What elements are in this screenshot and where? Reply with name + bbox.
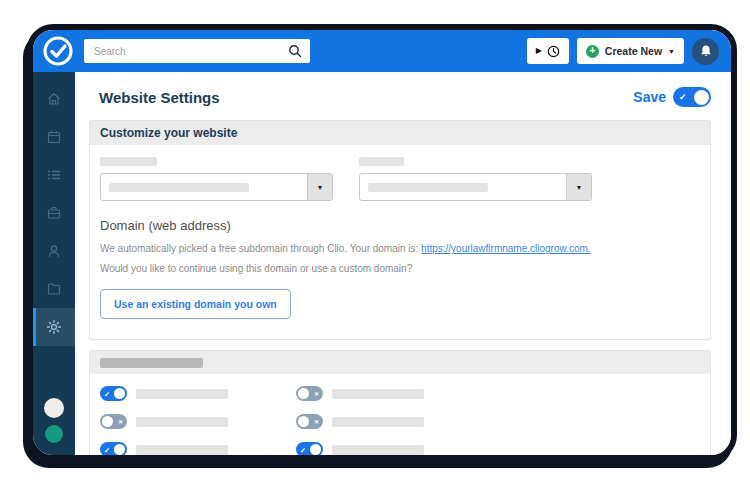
cross-icon: ✕ [314,391,319,397]
domain-description-line2: Would you like to continue using this do… [100,262,700,277]
check-icon: ✓ [104,446,110,453]
folder-icon [46,281,62,297]
domain-heading: Domain (web address) [100,218,700,233]
chevron-down-icon: ▼ [668,48,675,55]
avatar[interactable] [44,398,64,418]
toggle-row: ✓ ✕ [296,414,700,429]
cross-icon: ✕ [118,419,123,425]
main-content: Website Settings Save ✓ ✕ Customize your… [75,72,731,455]
save-label: Save [633,89,666,105]
bell-icon [699,44,713,58]
sidebar-footer [33,398,75,455]
select-group-1: ▼ [100,157,333,201]
toggle-label-skeleton [332,389,424,399]
list-icon [46,167,62,183]
play-icon: ▶ [536,47,542,55]
sidebar-item-home[interactable] [33,80,75,118]
notifications-button[interactable] [692,38,719,65]
sidebar [33,72,75,455]
home-icon [46,91,62,107]
select-value-skeleton [368,183,488,192]
toggle-row: ✓ ✕ [100,386,296,401]
toggle-row: ✓ ✕ [100,414,296,429]
option-toggle-6[interactable]: ✓ ✕ [296,442,323,457]
page-title: Website Settings [99,89,220,106]
search-input[interactable] [92,45,288,58]
toggle-label-skeleton [136,389,228,399]
domain-description-line1: We automatically picked a free subdomain… [100,242,700,257]
sidebar-item-matters[interactable] [33,194,75,232]
card-header [90,351,710,374]
customize-website-card: Customize your website ▼ [89,120,711,340]
check-icon: ✓ [300,446,306,453]
toggle-row: ✓ ✕ [296,386,700,401]
plus-icon: + [586,45,599,58]
select-group-2: ▼ [359,157,592,201]
field-label-skeleton [100,157,157,166]
option-toggle-1[interactable]: ✓ ✕ [100,386,127,401]
card-header: Customize your website [90,121,710,145]
toggle-label-skeleton [332,417,424,427]
create-new-button[interactable]: + Create New ▼ [577,38,684,64]
subdomain-link[interactable]: https://yourlawfirmname.cliogrow.com. [421,243,591,254]
check-icon: ✓ [679,93,687,102]
top-bar: ▶ + Create New ▼ [33,30,731,72]
timer-button[interactable]: ▶ [527,38,569,64]
save-control: Save ✓ ✕ [633,87,711,107]
select-caret-icon[interactable]: ▼ [307,174,332,200]
toggle-label-skeleton [136,445,228,455]
clio-grow-logo-icon[interactable] [42,35,74,67]
app-window: ▶ + Create New ▼ [27,24,737,461]
toggle-label-skeleton [136,417,228,427]
sidebar-item-calendar[interactable] [33,118,75,156]
person-icon [46,243,62,259]
section-title-skeleton [100,358,203,368]
options-card: ✓ ✕ ✓ ✕ [89,350,711,461]
toggle-row: ✓ ✕ [296,442,700,457]
option-toggle-2[interactable]: ✓ ✕ [296,386,323,401]
select-caret-icon[interactable]: ▼ [566,174,591,200]
save-toggle[interactable]: ✓ ✕ [673,87,711,107]
briefcase-icon [46,205,62,221]
cross-icon: ✕ [314,419,319,425]
clock-icon [547,45,560,58]
status-dot[interactable] [45,425,63,443]
toggle-label-skeleton [332,445,424,455]
sidebar-item-tasks[interactable] [33,156,75,194]
sidebar-item-contacts[interactable] [33,232,75,270]
search-box[interactable] [84,39,310,63]
create-new-label: Create New [605,45,662,57]
gear-icon [46,319,62,335]
option-toggle-5[interactable]: ✓ ✕ [100,442,127,457]
toggle-grid: ✓ ✕ ✓ ✕ [90,374,710,461]
sidebar-item-documents[interactable] [33,270,75,308]
field-label-skeleton [359,157,404,166]
select-value-skeleton [109,183,249,192]
section-title: Customize your website [100,126,237,140]
dropdown-select-1[interactable]: ▼ [100,173,333,201]
option-toggle-3[interactable]: ✓ ✕ [100,414,127,429]
calendar-icon [46,129,62,145]
dropdown-select-2[interactable]: ▼ [359,173,592,201]
toggle-row: ✓ ✕ [100,442,296,457]
topbar-actions: ▶ + Create New ▼ [527,38,719,65]
option-toggle-4[interactable]: ✓ ✕ [296,414,323,429]
search-icon [288,44,302,58]
sidebar-item-settings[interactable] [33,308,75,346]
check-icon: ✓ [104,390,110,397]
use-existing-domain-button[interactable]: Use an existing domain you own [100,289,291,319]
